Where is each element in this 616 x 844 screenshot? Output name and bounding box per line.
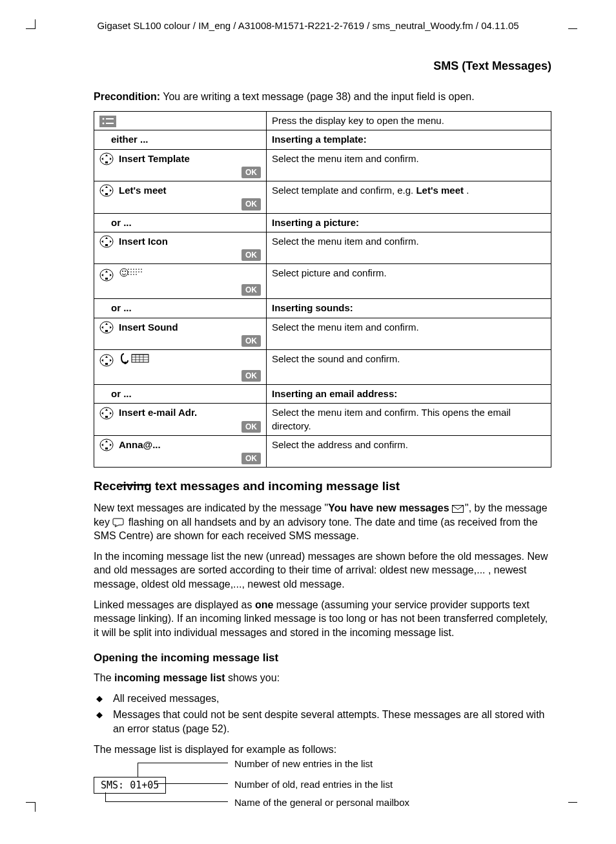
svg-point-14 <box>122 271 123 272</box>
ok-softkey: OK <box>241 453 261 464</box>
nav-control-icon <box>99 235 114 248</box>
svg-rect-12 <box>105 278 108 280</box>
step-description: Select the menu item and confirm. <box>272 236 419 247</box>
table-row: Let's meetOKSelect template and confirm,… <box>94 181 551 213</box>
menu-item-label: Insert e-mail Adr. <box>119 406 197 419</box>
menu-item-label: Insert Template <box>119 152 190 165</box>
svg-point-15 <box>125 271 126 272</box>
svg-rect-4 <box>106 123 114 124</box>
table-row: or ...Inserting an email address: <box>94 385 551 404</box>
table-row: Insert IconOKSelect the menu item and co… <box>94 232 551 263</box>
paragraph: The message list is displayed for exampl… <box>94 743 551 757</box>
table-row: OKSelect the sound and confirm. <box>94 350 551 385</box>
heading-opening-list: Opening the incoming message list <box>94 651 551 666</box>
sms-list-diagram: SMS: 01+05 Number of new entries in the … <box>94 763 551 821</box>
svg-point-20 <box>124 362 127 364</box>
precondition-label: Precondition: <box>94 91 160 102</box>
nav-control-icon <box>99 321 114 334</box>
step-description: Select the address and confirm. <box>272 439 408 450</box>
svg-rect-21 <box>132 355 149 362</box>
branch-label: or ... <box>99 302 132 313</box>
precondition-text: You are writing a text message (page 38)… <box>160 91 475 102</box>
list-item: All received messages, <box>94 692 551 706</box>
sms-counter-box: SMS: 01+05 <box>94 777 166 794</box>
svg-rect-8 <box>105 193 108 195</box>
svg-rect-6 <box>105 161 108 163</box>
menu-icon <box>99 116 116 127</box>
table-row: Press the display key to open the menu. <box>94 112 551 130</box>
ok-softkey: OK <box>241 370 261 382</box>
step-description: Select the menu item and confirm. <box>272 322 419 333</box>
table-row: OKSelect picture and confirm. <box>94 264 551 299</box>
step-heading: Inserting an email address: <box>272 388 397 399</box>
ok-softkey: OK <box>241 198 261 210</box>
step-description: Select picture and confirm. <box>272 267 387 278</box>
step-description: Select the menu item and confirm. This o… <box>272 407 511 431</box>
running-header: Gigaset SL100 colour / IM_eng / A31008-M… <box>36 19 580 32</box>
step-description: Select template and confirm, e.g. Let's … <box>272 185 469 196</box>
message-key-icon <box>112 517 124 528</box>
list-item: Messages that could not be sent despite … <box>94 708 551 736</box>
menu-item-label: Let's meet <box>119 184 167 197</box>
table-row: Insert e-mail Adr.OKSelect the menu item… <box>94 404 551 436</box>
precondition: Precondition: You are writing a text mes… <box>94 90 551 104</box>
svg-rect-25 <box>105 448 108 449</box>
table-row: or ...Inserting sounds: <box>94 299 551 318</box>
svg-rect-23 <box>105 416 108 418</box>
ok-softkey: OK <box>241 167 261 178</box>
ok-softkey: OK <box>241 284 261 296</box>
menu-item-label: Insert Sound <box>119 321 178 334</box>
step-heading: Inserting sounds: <box>272 302 353 313</box>
crop-mark <box>26 802 36 812</box>
svg-rect-19 <box>105 363 108 365</box>
ok-softkey: OK <box>241 249 261 261</box>
step-description: Select the menu item and confirm. <box>272 153 419 164</box>
crop-mark <box>568 19 577 29</box>
paragraph: The incoming message list shows you: <box>94 671 551 685</box>
branch-label: either ... <box>99 134 149 145</box>
heading-receiving: Receiving text messages and incoming mes… <box>94 478 551 495</box>
svg-rect-10 <box>105 244 108 246</box>
nav-control-icon <box>99 152 114 165</box>
crop-mark <box>26 19 36 29</box>
branch-label: or ... <box>99 217 132 228</box>
paragraph: Linked messages are displayed as one mes… <box>94 598 551 640</box>
nav-control-icon <box>99 407 114 420</box>
svg-rect-0 <box>99 116 116 127</box>
steps-table: Press the display key to open the menu.e… <box>94 111 551 468</box>
step-heading: Inserting a template: <box>272 134 367 145</box>
diagram-label: Name of the general or personal mailbox <box>234 796 409 809</box>
menu-item-label: Anna@... <box>119 438 161 451</box>
ok-softkey: OK <box>241 335 261 347</box>
paragraph: In the incoming message list the new (un… <box>94 550 551 592</box>
table-row: Insert SoundOKSelect the menu item and c… <box>94 318 551 349</box>
nav-control-icon <box>99 269 114 282</box>
table-row: either ...Inserting a template: <box>94 130 551 149</box>
diagram-label: Number of old, read entries in the list <box>234 778 393 791</box>
nav-control-icon <box>99 354 114 367</box>
crop-mark <box>568 802 577 812</box>
svg-rect-2 <box>106 118 114 119</box>
diagram-label: Number of new entries in the list <box>234 757 373 770</box>
section-title: SMS (Text Messages) <box>36 58 580 74</box>
nav-control-icon <box>99 438 114 451</box>
bullet-list: All received messages, Messages that cou… <box>94 692 551 736</box>
table-row: or ...Inserting a picture: <box>94 213 551 232</box>
svg-rect-17 <box>105 330 108 332</box>
menu-item-label: Insert Icon <box>119 235 168 248</box>
step-description: Press the display key to open the menu. <box>272 115 444 126</box>
step-description: Select the sound and confirm. <box>272 353 400 364</box>
nav-control-icon <box>99 184 114 197</box>
table-row: Insert TemplateOKSelect the menu item an… <box>94 149 551 181</box>
table-row: Anna@...OKSelect the address and confirm… <box>94 435 551 467</box>
envelope-icon <box>452 505 464 513</box>
picture-glyph <box>119 267 145 283</box>
step-heading: Inserting a picture: <box>272 217 359 228</box>
svg-point-3 <box>103 123 105 125</box>
sound-glyph <box>119 353 151 369</box>
ok-softkey: OK <box>241 421 261 433</box>
svg-point-13 <box>120 269 128 276</box>
section-rule <box>119 484 149 486</box>
branch-label: or ... <box>99 388 132 399</box>
paragraph: New text messages are indicated by the m… <box>94 501 551 543</box>
